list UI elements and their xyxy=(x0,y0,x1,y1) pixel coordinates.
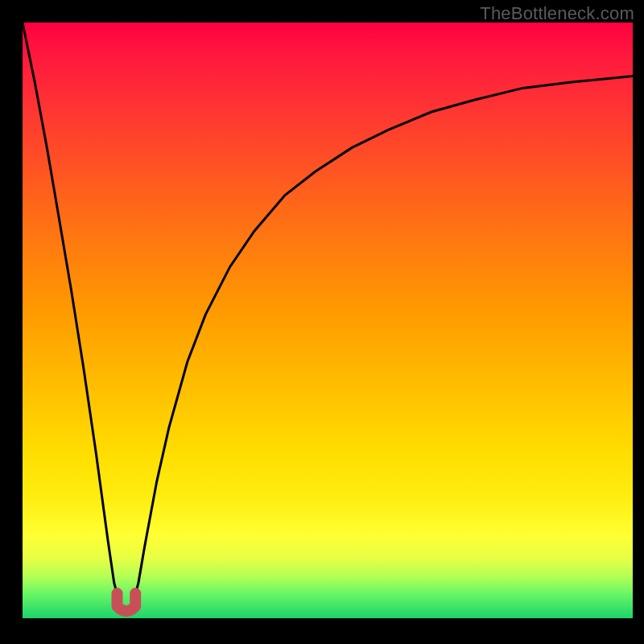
plot-area xyxy=(23,23,633,618)
chart-frame: TheBottleneck.com xyxy=(0,0,644,644)
watermark: TheBottleneck.com xyxy=(480,3,634,24)
